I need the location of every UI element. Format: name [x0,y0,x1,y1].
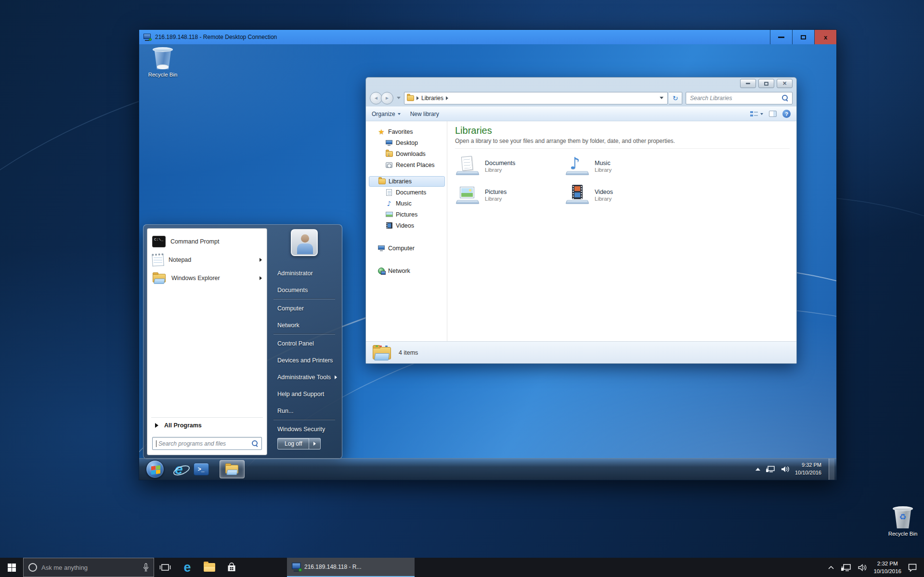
start-item-documents[interactable]: Documents [271,282,338,298]
all-programs-button[interactable]: All Programs [151,417,263,433]
windows-explorer-icon [152,272,167,284]
breadcrumb-arrow-icon[interactable] [416,96,419,100]
network-tray-icon[interactable] [841,564,851,572]
explorer-titlebar[interactable]: ✕ [366,77,796,90]
submenu-arrow-icon [313,442,316,446]
new-library-button[interactable]: New library [410,111,439,117]
start-item-control-panel[interactable]: Control Panel [271,335,338,352]
start-item-computer[interactable]: Computer [271,300,338,317]
task-view-button[interactable] [154,558,176,577]
start-search-input[interactable]: Search programs and files [152,437,262,450]
win7-start-button[interactable] [146,460,164,478]
breadcrumb-libraries[interactable]: Libraries [421,95,443,102]
text-caret [156,440,156,447]
rdp-taskbar-button-active[interactable]: 216.189.148.118 - R... [287,558,415,577]
explorer-close-button[interactable]: ✕ [777,79,793,88]
microphone-icon[interactable] [143,563,149,572]
win7-clock[interactable]: 9:32 PM 10/10/2016 [795,462,823,477]
file-explorer-taskbar-button[interactable] [198,558,221,577]
win10-clock[interactable]: 2:32 PM 10/10/2016 [873,560,901,575]
action-center-icon[interactable] [908,563,917,572]
search-placeholder: Ask me anything [41,564,88,571]
start-item-notepad[interactable]: Notepad [147,251,267,269]
start-item-help-and-support[interactable]: Help and Support [271,385,338,402]
library-item-pictures[interactable]: PicturesLibrary [455,184,565,205]
start-item-network[interactable]: Network [271,317,338,333]
explorer-minimize-button[interactable] [740,79,756,88]
win10-recycle-bin[interactable]: ♻ Recycle Bin [882,506,924,537]
address-dropdown-icon[interactable] [660,97,664,99]
recent-pages-dropdown[interactable] [397,97,401,99]
breadcrumb-arrow-icon[interactable] [446,96,448,100]
preview-pane-button[interactable] [769,111,777,117]
change-view-button[interactable] [750,111,763,117]
recycle-symbol-icon: ♻ [893,512,913,522]
desktop-icon [385,139,393,147]
cortana-icon [28,563,37,572]
powershell-taskbar-button[interactable]: >_ [194,463,209,475]
recycle-bin-icon [153,47,173,70]
explorer-maximize-button[interactable] [758,79,774,88]
start-item-administrator[interactable]: Administrator [271,265,338,282]
music-note-icon: ♪ [385,200,393,207]
show-hidden-icons-button[interactable] [755,468,760,471]
start-menu-programs-panel: C:\_ Command Prompt Notepad Windows Expl… [147,228,267,455]
sidebar-item-network[interactable]: Network [369,265,445,276]
sidebar-item-music[interactable]: ♪ Music [369,198,445,209]
sidebar-item-pictures[interactable]: Pictures [369,209,445,220]
sidebar-item-recent-places[interactable]: Recent Places [369,159,445,170]
store-taskbar-button[interactable] [221,558,243,577]
win10-desktop: 216.189.148.118 - Remote Desktop Connect… [0,0,924,577]
search-placeholder: Search programs and files [158,440,226,447]
show-desktop-button[interactable] [829,459,834,480]
sidebar-item-downloads[interactable]: ↓ Downloads [369,148,445,159]
forward-button[interactable]: ► [381,92,393,104]
cortana-search-box[interactable]: Ask me anything [23,558,154,577]
downloads-icon: ↓ [385,150,393,158]
sidebar-item-favorites[interactable]: ★ Favorites [369,126,445,137]
rdp-close-button[interactable]: x [814,30,836,44]
user-avatar[interactable] [291,229,318,256]
start-item-command-prompt[interactable]: C:\_ Command Prompt [147,232,267,251]
log-off-options-button[interactable] [309,438,321,449]
sidebar-item-computer[interactable]: Computer [369,243,445,254]
win10-start-button[interactable] [0,558,23,577]
refresh-button[interactable]: ↻ [669,92,682,104]
start-item-run[interactable]: Run... [271,402,338,419]
network-tray-icon[interactable] [766,465,775,473]
start-item-windows-security[interactable]: Windows Security [271,421,338,437]
rdp-titlebar[interactable]: 216.189.148.118 - Remote Desktop Connect… [139,30,836,44]
hidden-icons-chevron[interactable] [828,565,834,570]
start-item-devices-and-printers[interactable]: Devices and Printers [271,352,338,369]
rdp-minimize-button[interactable] [770,30,792,44]
library-item-music[interactable]: ♪ MusicLibrary [565,155,675,177]
rdp-maximize-button[interactable] [792,30,814,44]
libraries-folder-icon [406,94,414,102]
sidebar-item-desktop[interactable]: Desktop [369,137,445,148]
sidebar-item-videos[interactable]: Videos [369,220,445,231]
libraries-folder-icon [378,178,386,185]
start-item-administrative-tools[interactable]: Administrative Tools [271,369,338,385]
explorer-search-input[interactable]: Search Libraries [686,92,793,104]
win10-system-tray: 2:32 PM 10/10/2016 [828,558,924,577]
views-icon [750,111,758,117]
edge-taskbar-button[interactable]: e [176,558,198,577]
volume-tray-icon[interactable] [858,564,867,572]
address-bar[interactable]: Libraries [404,92,668,104]
favorites-star-icon: ★ [377,128,385,136]
page-title: Libraries [455,125,796,136]
log-off-button[interactable]: Log off [277,438,309,449]
explorer-taskbar-button-active[interactable] [220,460,245,478]
rdp-connection-icon [143,34,152,41]
sidebar-item-libraries[interactable]: Libraries [369,176,445,187]
start-item-windows-explorer[interactable]: Windows Explorer [147,269,267,287]
explorer-status-bar: 4 items [366,341,796,363]
organize-menu[interactable]: Organize [372,111,401,117]
library-item-videos[interactable]: VideosLibrary [565,184,675,205]
volume-tray-icon[interactable] [781,465,790,473]
help-button[interactable]: ? [782,110,791,118]
library-item-documents[interactable]: DocumentsLibrary [455,155,565,177]
sidebar-item-documents[interactable]: Documents [369,187,445,198]
internet-explorer-taskbar-button[interactable]: e [175,462,183,476]
win7-recycle-bin[interactable]: Recycle Bin [142,47,183,77]
